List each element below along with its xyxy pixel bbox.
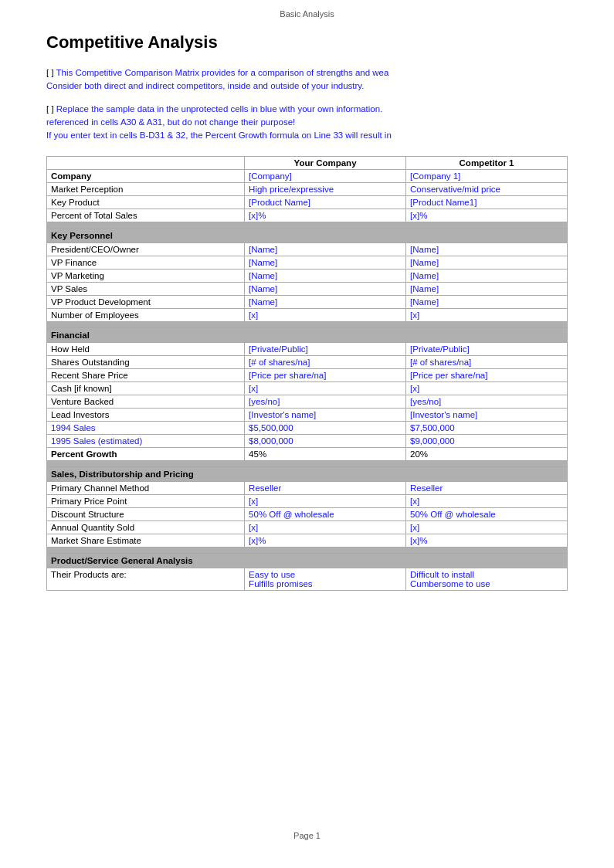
- row-label: Annual Quantity Sold: [47, 521, 245, 534]
- row-label: Primary Channel Method: [47, 482, 245, 495]
- table-row: Number of Employees [x] [x]: [47, 309, 568, 322]
- row-label: VP Marketing: [47, 270, 245, 283]
- row-yours: High price/expressive: [245, 183, 406, 196]
- row-comp: [Private/Public]: [406, 343, 568, 356]
- section-title: Key Personnel: [47, 229, 568, 243]
- row-comp: [Name]: [406, 296, 568, 309]
- row-comp: [x]%: [406, 209, 568, 222]
- table-row: Their Products are: Easy to useFulfills …: [47, 568, 568, 591]
- row-yours: [x]%: [245, 209, 406, 222]
- row-label: Their Products are:: [47, 568, 245, 591]
- row-label: VP Sales: [47, 283, 245, 296]
- row-comp-products: Difficult to installCumbersome to use: [406, 568, 568, 591]
- row-label: Key Product: [47, 196, 245, 209]
- table-row: 1994 Sales $5,500,000 $7,500,000: [47, 422, 568, 435]
- row-yours: [x]: [245, 495, 406, 508]
- row-label: Market Share Estimate: [47, 534, 245, 548]
- page-header: Basic Analysis: [0, 0, 614, 25]
- table-row: President/CEO/Owner [Name] [Name]: [47, 243, 568, 256]
- section-title: Financial: [47, 328, 568, 343]
- row-yours: [Name]: [245, 256, 406, 270]
- row-comp: [x]: [406, 382, 568, 395]
- row-comp: [yes/no]: [406, 395, 568, 409]
- row-comp: [Price per share/na]: [406, 369, 568, 382]
- row-yours: $8,000,000: [245, 435, 406, 448]
- page-footer: Page 1: [0, 819, 614, 853]
- row-label: Venture Backed: [47, 395, 245, 409]
- row-yours: [Name]: [245, 243, 406, 256]
- section-spacer: [47, 222, 568, 229]
- row-comp: [x]: [406, 521, 568, 534]
- row-label: Recent Share Price: [47, 369, 245, 382]
- table-row: VP Product Development [Name] [Name]: [47, 296, 568, 309]
- table-row: VP Sales [Name] [Name]: [47, 283, 568, 296]
- info-block-2: [ ] Replace the sample data in the unpro…: [46, 103, 568, 143]
- row-comp: [Company 1]: [406, 170, 568, 183]
- table-row: How Held [Private/Public] [Private/Publi…: [47, 343, 568, 356]
- row-comp: [Name]: [406, 283, 568, 296]
- table-row: 1995 Sales (estimated) $8,000,000 $9,000…: [47, 435, 568, 448]
- table-row: Shares Outstanding [# of shares/na] [# o…: [47, 356, 568, 369]
- table-row: Primary Price Point [x] [x]: [47, 495, 568, 508]
- section-header-sales: Sales, Distributorship and Pricing: [47, 467, 568, 482]
- row-comp: 50% Off @ wholesale: [406, 508, 568, 521]
- row-yours: [Product Name]: [245, 196, 406, 209]
- row-label: Primary Price Point: [47, 495, 245, 508]
- row-yours: [Investor's name]: [245, 409, 406, 422]
- table-row: Discount Structure 50% Off @ wholesale 5…: [47, 508, 568, 521]
- table-row: Percent of Total Sales [x]% [x]%: [47, 209, 568, 222]
- section-header-key-personnel: Key Personnel: [47, 229, 568, 243]
- section-spacer: [47, 548, 568, 554]
- row-yours: [# of shares/na]: [245, 356, 406, 369]
- row-yours: [x]: [245, 309, 406, 322]
- row-yours-products: Easy to useFulfills promises: [245, 568, 406, 591]
- page-title: Competitive Analysis: [46, 32, 568, 53]
- row-comp: [Name]: [406, 243, 568, 256]
- competitive-analysis-table: Your Company Competitor 1 Company [Compa…: [46, 156, 568, 591]
- header-title: Basic Analysis: [280, 9, 334, 19]
- section-header-financial: Financial: [47, 328, 568, 343]
- row-yours: [Name]: [245, 296, 406, 309]
- table-row: Market Share Estimate [x]% [x]%: [47, 534, 568, 548]
- row-comp: 20%: [406, 448, 568, 461]
- footer-page-label: Page 1: [293, 831, 321, 840]
- row-yours: [Company]: [245, 170, 406, 183]
- row-label: Percent Growth: [47, 448, 245, 461]
- table-row: Market Perception High price/expressive …: [47, 183, 568, 196]
- row-label: VP Product Development: [47, 296, 245, 309]
- row-yours: [yes/no]: [245, 395, 406, 409]
- row-comp: $9,000,000: [406, 435, 568, 448]
- section-title: Sales, Distributorship and Pricing: [47, 467, 568, 482]
- table-row: Key Product [Product Name] [Product Name…: [47, 196, 568, 209]
- row-label: Company: [47, 170, 245, 183]
- col-label-header: [47, 157, 245, 170]
- table-row: Recent Share Price [Price per share/na] …: [47, 369, 568, 382]
- section-spacer: [47, 322, 568, 328]
- row-label: 1995 Sales (estimated): [47, 435, 245, 448]
- row-comp: [x]: [406, 495, 568, 508]
- column-header-row: Your Company Competitor 1: [47, 157, 568, 170]
- row-label: How Held: [47, 343, 245, 356]
- row-label: Discount Structure: [47, 508, 245, 521]
- table-row: Company [Company] [Company 1]: [47, 170, 568, 183]
- row-yours: [Name]: [245, 283, 406, 296]
- section-header-product: Product/Service General Analysis: [47, 554, 568, 568]
- table-row: Primary Channel Method Reseller Reseller: [47, 482, 568, 495]
- row-yours: [x]%: [245, 534, 406, 548]
- row-comp: $7,500,000: [406, 422, 568, 435]
- col-comp-header: Competitor 1: [406, 157, 568, 170]
- row-comp: [# of shares/na]: [406, 356, 568, 369]
- row-label: 1994 Sales: [47, 422, 245, 435]
- row-yours: 45%: [245, 448, 406, 461]
- row-comp: Conservative/mid price: [406, 183, 568, 196]
- row-label: Cash [if known]: [47, 382, 245, 395]
- table-row: Cash [if known] [x] [x]: [47, 382, 568, 395]
- section-title: Product/Service General Analysis: [47, 554, 568, 568]
- table-row: Annual Quantity Sold [x] [x]: [47, 521, 568, 534]
- row-comp: [x]%: [406, 534, 568, 548]
- row-comp: Reseller: [406, 482, 568, 495]
- row-comp: [Investor's name]: [406, 409, 568, 422]
- row-yours: [Private/Public]: [245, 343, 406, 356]
- row-label: Lead Investors: [47, 409, 245, 422]
- table-row: VP Finance [Name] [Name]: [47, 256, 568, 270]
